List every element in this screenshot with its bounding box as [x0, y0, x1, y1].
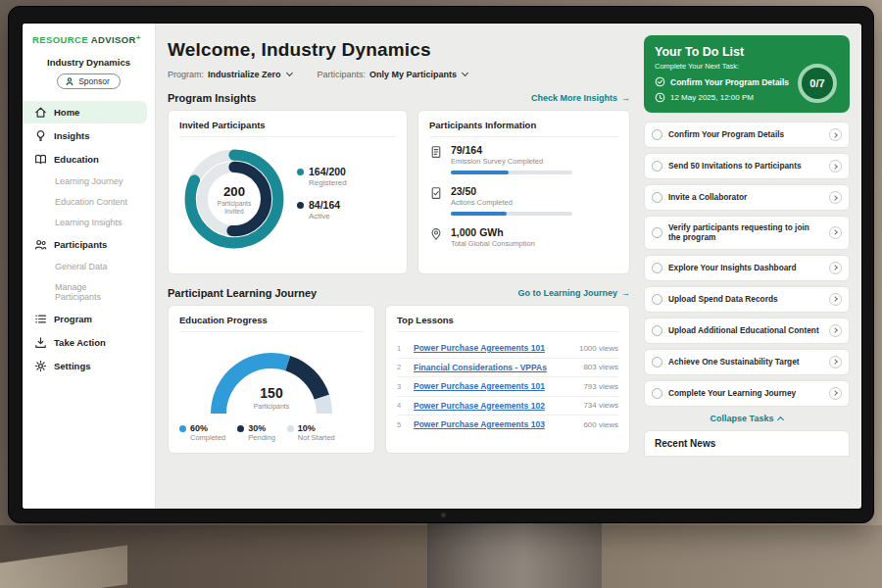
- monitor-bezel: RESOURCE ADVISOR+ Industry Dynamics Spon…: [8, 6, 874, 523]
- go-to-learning-journey-link[interactable]: Go to Learning Journey→: [517, 288, 630, 298]
- todo-task-list: Confirm Your Program Details Send 50 Inv…: [644, 122, 850, 407]
- participants-filter[interactable]: Participants: Only My Participants: [318, 70, 468, 79]
- teal-dot-icon: [297, 169, 304, 175]
- section-title-learning-journey: Participant Learning Journey: [168, 287, 317, 299]
- sidebar-item-education[interactable]: Education: [23, 148, 147, 171]
- sidebar-item-label: Education Content: [55, 197, 127, 207]
- people-icon: [34, 238, 47, 251]
- checkbox-icon[interactable]: [652, 129, 662, 140]
- education-gauge-chart: 150 Participants: [198, 339, 345, 421]
- sidebar-item-label: Home: [54, 107, 79, 118]
- filter-bar: Program: Industrialize Zero Participants…: [168, 70, 630, 79]
- recent-news-header[interactable]: Recent News: [644, 430, 850, 457]
- sidebar-item-participants[interactable]: Participants: [23, 233, 147, 256]
- todo-task[interactable]: Explore Your Insights Dashboard: [644, 255, 850, 281]
- sponsor-badge[interactable]: Sponsor: [57, 74, 121, 89]
- checkbox-icon[interactable]: [652, 325, 662, 336]
- logo-plus: +: [136, 33, 141, 42]
- todo-progress-text: 0/7: [809, 77, 824, 89]
- chevron-right-icon[interactable]: [829, 324, 842, 337]
- main-content: Welcome, Industry Dynamics Program: Indu…: [156, 24, 640, 509]
- card-title: Education Progress: [179, 315, 364, 332]
- lesson-link[interactable]: Power Purchase Agreements 101: [414, 343, 571, 353]
- lesson-row: 1 Power Purchase Agreements 101 1000 vie…: [397, 339, 618, 359]
- checkbox-icon[interactable]: [652, 357, 662, 368]
- logo-text-secondary: ADVISOR: [91, 34, 136, 45]
- program-filter-value: Industrialize Zero: [208, 70, 281, 79]
- chevron-right-icon[interactable]: [829, 191, 842, 204]
- clock-icon: [655, 92, 665, 103]
- donut-center-label-1: Participants: [218, 200, 252, 208]
- desk-background: RESOURCE ADVISOR+ Industry Dynamics Spon…: [0, 0, 882, 588]
- card-title: Top Lessons: [397, 315, 618, 332]
- learning-journey-header: Participant Learning Journey Go to Learn…: [168, 287, 630, 299]
- todo-task[interactable]: Achieve One Sustainability Target: [644, 349, 850, 375]
- todo-task[interactable]: Invite a Collaborator: [644, 184, 850, 211]
- invited-donut-chart: 200 Participants Invited: [179, 144, 289, 254]
- checkbox-icon[interactable]: [652, 227, 662, 238]
- checkbox-icon[interactable]: [652, 161, 662, 172]
- lesson-link[interactable]: Power Purchase Agreements 102: [414, 401, 575, 411]
- checkbox-icon[interactable]: [652, 263, 662, 273]
- todo-task[interactable]: Send 50 Invitations to Participants: [644, 153, 850, 179]
- todo-task[interactable]: Verify participants requesting to join t…: [644, 216, 850, 250]
- program-filter[interactable]: Program: Industrialize Zero: [168, 70, 292, 79]
- sidebar-nav: Home Insights Education Learning Journey: [23, 101, 155, 377]
- sidebar-item-general-data[interactable]: General Data: [23, 257, 147, 276]
- lesson-row: 2 Financial Considerations - VPPAs 803 v…: [397, 359, 618, 378]
- todo-task[interactable]: Complete Your Learning Journey: [644, 380, 850, 407]
- chevron-up-icon: [777, 416, 784, 423]
- todo-summary-card: Your To Do List Complete Your Next Task:…: [644, 35, 850, 113]
- lesson-link[interactable]: Power Purchase Agreements 103: [414, 419, 575, 429]
- sidebar-item-label: Take Action: [54, 337, 106, 348]
- chevron-right-icon[interactable]: [829, 226, 842, 239]
- home-icon: [34, 106, 47, 119]
- checkbox-icon[interactable]: [652, 192, 662, 203]
- checkbox-icon[interactable]: [652, 294, 662, 305]
- sidebar-item-label: Learning Journey: [55, 176, 123, 186]
- sidebar-item-learning-insights[interactable]: Learning Insights: [23, 213, 147, 232]
- sidebar-item-take-action[interactable]: Take Action: [23, 331, 147, 354]
- gauge-center-value: 150: [260, 385, 283, 401]
- legend-item-active: 84/164 Active: [297, 199, 347, 220]
- lesson-row: 5 Power Purchase Agreements 103 600 view…: [397, 416, 618, 434]
- card-title: Invited Participants: [179, 120, 396, 137]
- sidebar-item-label: Learning Insights: [55, 218, 122, 227]
- todo-task[interactable]: Upload Additional Educational Content: [644, 318, 850, 344]
- todo-task[interactable]: Confirm Your Program Details: [644, 122, 850, 148]
- sidebar: RESOURCE ADVISOR+ Industry Dynamics Spon…: [23, 24, 156, 509]
- download-icon: [34, 336, 47, 349]
- invited-participants-card: Invited Participants 200 Participants In…: [168, 110, 408, 274]
- monitor-stand: [427, 523, 602, 588]
- sidebar-item-home[interactable]: Home: [23, 101, 147, 123]
- checkbox-icon[interactable]: [652, 388, 662, 399]
- section-title-program-insights: Program Insights: [168, 92, 256, 104]
- chevron-down-icon: [462, 70, 468, 76]
- chevron-right-icon[interactable]: [829, 293, 842, 306]
- sidebar-item-manage-participants[interactable]: Manage Participants: [23, 277, 147, 307]
- arrow-right-icon: →: [621, 288, 630, 298]
- sidebar-item-label: Settings: [54, 361, 90, 371]
- arrow-right-icon: →: [621, 93, 630, 103]
- gauge-legend: 60% Completed 30% Pending 10%: [179, 423, 364, 442]
- lesson-row: 4 Power Purchase Agreements 102 734 view…: [397, 397, 618, 416]
- document-icon: [429, 145, 443, 159]
- check-more-insights-link[interactable]: Check More Insights→: [531, 93, 630, 103]
- sidebar-item-education-content[interactable]: Education Content: [23, 192, 147, 212]
- collapse-tasks-button[interactable]: Collapse Tasks: [644, 414, 850, 423]
- navy-dot-icon: [297, 202, 304, 209]
- lesson-link[interactable]: Power Purchase Agreements 101: [414, 381, 575, 391]
- sidebar-item-insights[interactable]: Insights: [23, 124, 147, 147]
- chevron-right-icon[interactable]: [829, 387, 842, 400]
- chevron-right-icon[interactable]: [829, 160, 842, 172]
- sidebar-item-program[interactable]: Program: [23, 308, 147, 330]
- program-filter-label: Program:: [168, 70, 204, 79]
- chevron-right-icon[interactable]: [829, 356, 842, 368]
- chevron-right-icon[interactable]: [829, 128, 842, 141]
- list-icon: [34, 313, 47, 325]
- chevron-right-icon[interactable]: [829, 262, 842, 274]
- todo-task[interactable]: Upload Spend Data Records: [644, 286, 850, 313]
- lesson-link[interactable]: Financial Considerations - VPPAs: [414, 363, 575, 372]
- sidebar-item-settings[interactable]: Settings: [23, 355, 147, 377]
- sidebar-item-learning-journey[interactable]: Learning Journey: [23, 172, 147, 191]
